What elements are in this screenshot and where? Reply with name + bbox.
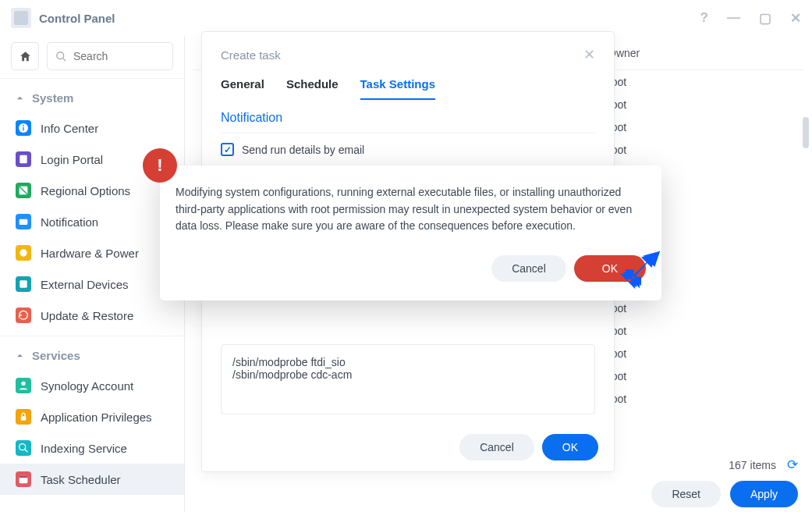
- sidebar-item-label: Task Scheduler: [41, 473, 121, 486]
- sidebar-item-task-scheduler[interactable]: Task Scheduler: [0, 464, 184, 495]
- sidebar-item-label: Regional Options: [41, 184, 130, 197]
- sidebar-item-label: Synology Account: [41, 379, 133, 393]
- sidebar-item-label: Hardware & Power: [41, 247, 139, 260]
- svg-rect-5: [20, 155, 27, 164]
- sidebar-item-application-privileges[interactable]: Application Privileges: [0, 401, 184, 432]
- svg-point-0: [57, 52, 64, 59]
- sidebar-item-label: Login Portal: [41, 153, 103, 166]
- svg-rect-8: [20, 280, 27, 287]
- tab-schedule[interactable]: Schedule: [286, 77, 339, 100]
- checkbox-send-email[interactable]: ✓ Send run details by email: [221, 143, 595, 156]
- close-icon[interactable]: ✕: [583, 46, 595, 63]
- sidebar-item-external-devices[interactable]: External Devices: [0, 268, 184, 300]
- tab-general[interactable]: General: [221, 77, 264, 100]
- sidebar-item-info-center[interactable]: Info Center: [0, 112, 184, 144]
- warning-icon: !: [143, 148, 177, 183]
- svg-point-9: [21, 382, 25, 386]
- svg-line-1: [62, 58, 66, 61]
- confirm-cancel-button[interactable]: Cancel: [491, 255, 566, 282]
- svg-rect-3: [23, 127, 23, 131]
- svg-line-12: [24, 449, 27, 452]
- group-services[interactable]: Services: [0, 341, 184, 370]
- tabs: General Schedule Task Settings: [202, 77, 614, 100]
- search-box[interactable]: [47, 42, 173, 70]
- home-button[interactable]: [11, 42, 39, 70]
- script-textarea[interactable]: /sbin/modprobe ftdi_sio /sbin/modprobe c…: [221, 344, 595, 414]
- ok-button[interactable]: OK: [542, 434, 598, 460]
- sidebar-item-synology-account[interactable]: Synology Account: [0, 370, 184, 401]
- group-system[interactable]: System: [0, 84, 184, 112]
- sidebar-item-label: Update & Restore: [41, 309, 133, 322]
- checkbox-label: Send run details by email: [242, 144, 364, 156]
- sidebar-item-label: Application Privileges: [41, 411, 152, 424]
- search-input[interactable]: [73, 50, 165, 62]
- window-title: Control Panel: [39, 12, 115, 25]
- check-icon: ✓: [221, 143, 234, 156]
- col-owner[interactable]: Owner: [601, 47, 695, 59]
- minimize-icon[interactable]: —: [727, 10, 740, 27]
- scrollbar[interactable]: [803, 117, 809, 148]
- item-count: 167 items: [729, 459, 776, 471]
- window-controls: ? — ▢ ✕: [700, 10, 801, 27]
- svg-point-7: [20, 249, 27, 256]
- cancel-button[interactable]: Cancel: [459, 434, 534, 460]
- svg-rect-10: [21, 416, 27, 420]
- refresh-icon[interactable]: ⟳: [787, 457, 798, 473]
- sidebar: System Info Center Login Portal Regional…: [0, 36, 185, 512]
- apply-button[interactable]: Apply: [730, 481, 798, 507]
- app-icon: [11, 8, 31, 28]
- table-footer: 167 items ⟳: [729, 457, 798, 473]
- dialog-title: Create task: [221, 48, 281, 62]
- sidebar-item-hardware-power[interactable]: Hardware & Power: [0, 237, 184, 268]
- confirm-text: Modifying system configurations, running…: [176, 184, 646, 235]
- maximize-icon[interactable]: ▢: [759, 10, 771, 27]
- sidebar-item-update-restore[interactable]: Update & Restore: [0, 300, 184, 331]
- sidebar-item-notification[interactable]: Notification: [0, 206, 184, 237]
- confirm-dialog: ! Modifying system configurations, runni…: [160, 165, 661, 300]
- section-notification: Notification: [221, 111, 595, 133]
- tab-task-settings[interactable]: Task Settings: [360, 77, 435, 100]
- confirm-ok-button[interactable]: OK: [574, 255, 646, 282]
- svg-rect-6: [20, 219, 28, 225]
- sidebar-item-label: Info Center: [41, 122, 98, 135]
- sidebar-item-indexing-service[interactable]: Indexing Service: [0, 432, 184, 464]
- reset-button[interactable]: Reset: [651, 481, 721, 507]
- sidebar-item-label: External Devices: [41, 278, 129, 291]
- svg-rect-14: [20, 475, 28, 478]
- close-icon[interactable]: ✕: [790, 10, 801, 27]
- sidebar-item-label: Indexing Service: [41, 442, 127, 455]
- sidebar-item-label: Notification: [41, 215, 98, 229]
- svg-point-4: [23, 125, 24, 126]
- help-icon[interactable]: ?: [700, 10, 708, 27]
